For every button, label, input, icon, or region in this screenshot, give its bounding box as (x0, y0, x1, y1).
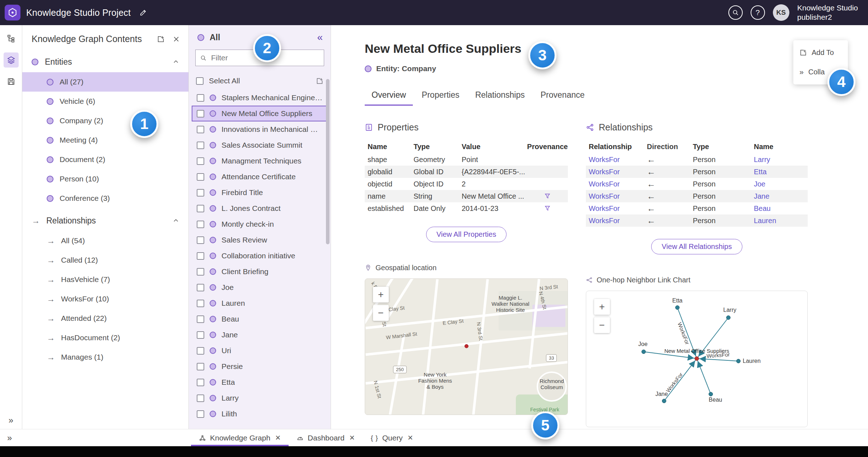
view-all-relationships-button[interactable]: View All Relationships (651, 239, 742, 254)
collapse-panel-icon[interactable]: « (317, 32, 323, 43)
entity-list-item[interactable]: Larry (192, 390, 327, 406)
add-to-panel-icon[interactable] (157, 35, 165, 43)
entity-list-item[interactable]: Attendance Certificate (192, 169, 327, 185)
item-checkbox[interactable] (197, 331, 204, 339)
related-entity-link[interactable]: Lauren (754, 217, 808, 225)
related-entity-link[interactable]: Joe (754, 180, 808, 188)
avatar[interactable]: KS (773, 4, 789, 21)
entity-list-item[interactable]: Lauren (192, 295, 327, 311)
item-checkbox[interactable] (197, 221, 204, 228)
relationship-tree-item[interactable]: → Attended (22) (22, 309, 188, 328)
tab-knowledge-graph[interactable]: Knowledge Graph ✕ (191, 429, 289, 446)
entity-list-item[interactable]: Client Briefing (192, 264, 327, 280)
node-beau[interactable] (709, 392, 713, 396)
relationship-tree-item[interactable]: → WorksFor (10) (22, 289, 188, 309)
select-all-checkbox[interactable] (196, 77, 204, 85)
node-larry[interactable] (727, 316, 731, 320)
detail-tab[interactable]: Overview (365, 87, 413, 106)
item-checkbox[interactable] (197, 173, 204, 181)
relationship-link[interactable]: WorksFor (586, 156, 647, 164)
entity-list-item[interactable]: Uri (192, 343, 327, 359)
entity-list-item[interactable]: Collaboration initiative (192, 248, 327, 264)
close-panel-icon[interactable] (173, 36, 180, 43)
entity-list-item[interactable]: Jane (192, 327, 327, 343)
entity-list-item[interactable]: Sales Review (192, 232, 327, 248)
relationship-link[interactable]: WorksFor (586, 180, 647, 188)
link-chart[interactable]: WorksFor WorksFor WorksFor (586, 291, 808, 427)
entities-section-header[interactable]: Entities (22, 51, 188, 72)
detail-tab[interactable]: Provenance (534, 87, 592, 106)
item-checkbox[interactable] (197, 347, 204, 355)
related-entity-link[interactable]: Larry (754, 156, 808, 164)
relationship-tree-item[interactable]: → Called (12) (22, 250, 188, 270)
provenance-icon[interactable] (527, 205, 568, 212)
related-entity-link[interactable]: Etta (754, 168, 808, 176)
select-all-row[interactable]: Select All (189, 72, 331, 90)
item-checkbox[interactable] (197, 410, 204, 418)
entity-list-item[interactable]: Managment Techniques (192, 153, 327, 169)
entity-list-item[interactable]: Persie (192, 359, 327, 374)
add-to-menu-item[interactable]: Add To (793, 43, 848, 62)
app-logo[interactable] (5, 5, 20, 20)
zoom-out-button[interactable]: − (594, 317, 610, 333)
relationship-link[interactable]: WorksFor (586, 168, 647, 176)
map-marker[interactable] (465, 344, 468, 348)
entity-tree-item[interactable]: Vehicle (6) (22, 92, 188, 111)
close-tab-icon[interactable]: ✕ (349, 434, 355, 442)
entity-tree-item[interactable]: All (27) (22, 72, 188, 92)
related-entity-link[interactable]: Beau (754, 204, 808, 213)
item-checkbox[interactable] (197, 252, 204, 260)
zoom-out-button[interactable]: − (373, 305, 389, 321)
item-checkbox[interactable] (197, 300, 204, 307)
node-jane[interactable] (662, 399, 666, 403)
item-checkbox[interactable] (197, 284, 204, 291)
detail-tab[interactable]: Relationships (468, 87, 532, 106)
rail-expand-icon[interactable]: » (0, 415, 22, 425)
bottom-expand-icon[interactable]: » (7, 433, 12, 443)
item-checkbox[interactable] (197, 379, 204, 386)
edit-title-icon[interactable] (139, 9, 147, 17)
zoom-in-button[interactable]: + (373, 287, 389, 303)
close-tab-icon[interactable]: ✕ (407, 434, 413, 442)
entity-tree-item[interactable]: Conference (3) (22, 189, 188, 208)
entity-tree-item[interactable]: Person (10) (22, 169, 188, 189)
relationship-link[interactable]: WorksFor (586, 217, 647, 225)
item-checkbox[interactable] (197, 94, 204, 102)
entity-list-item[interactable]: Sales Associate Summit (192, 137, 327, 153)
item-checkbox[interactable] (197, 126, 204, 133)
hierarchy-icon[interactable] (4, 31, 19, 46)
entity-tree-item[interactable]: Meeting (4) (22, 130, 188, 150)
map[interactable]: k Rd W Clay St E Clay St arshall St W Ma… (365, 278, 568, 415)
node-center[interactable] (695, 357, 699, 361)
entity-tree-item[interactable]: Company (2) (22, 111, 188, 130)
zoom-in-button[interactable]: + (594, 299, 610, 315)
entity-list-item[interactable]: L. Jones Contract (192, 200, 327, 216)
detail-tab[interactable]: Properties (415, 87, 466, 106)
item-checkbox[interactable] (197, 394, 204, 402)
entity-list-item[interactable]: New Metal Office Suppliers (192, 106, 327, 121)
relationship-link[interactable]: WorksFor (586, 204, 647, 213)
item-checkbox[interactable] (197, 157, 204, 165)
relationship-tree-item[interactable]: → Manages (1) (22, 347, 188, 367)
item-checkbox[interactable] (197, 363, 204, 370)
entity-list-item[interactable]: Beau (192, 311, 327, 327)
save-icon[interactable] (4, 74, 19, 89)
relationships-section-header[interactable]: → Relationships (22, 210, 188, 231)
item-checkbox[interactable] (197, 315, 204, 323)
entity-list-item[interactable]: Joe (192, 280, 327, 295)
entity-tree-item[interactable]: Document (2) (22, 150, 188, 169)
scrollbar-thumb[interactable] (326, 79, 330, 244)
item-checkbox[interactable] (197, 205, 204, 212)
tab-query[interactable]: { } Query ✕ (363, 429, 421, 446)
search-icon[interactable] (728, 5, 743, 20)
entity-list-item[interactable]: Staplers Mechanical Engineering (192, 90, 327, 106)
entity-list-item[interactable]: Etta (192, 374, 327, 390)
add-to-selection-icon[interactable] (316, 77, 323, 85)
node-lauren[interactable] (737, 359, 741, 363)
entity-list-item[interactable]: Montly check-in (192, 216, 327, 232)
help-icon[interactable]: ? (751, 5, 765, 20)
entity-list-item[interactable]: Firebird Title (192, 185, 327, 200)
entity-list-item[interactable]: Innovations in Mechanical Engin... (192, 121, 327, 137)
view-all-properties-button[interactable]: View All Properties (426, 227, 507, 242)
layers-icon[interactable] (4, 52, 19, 68)
